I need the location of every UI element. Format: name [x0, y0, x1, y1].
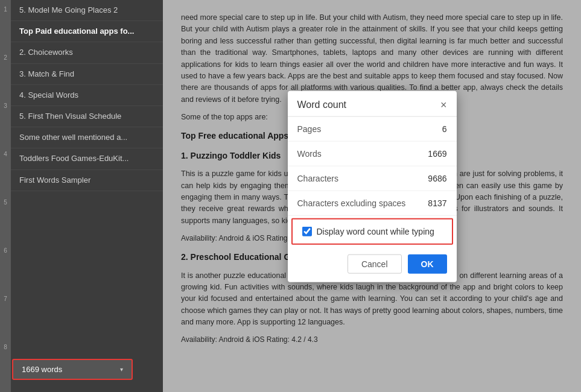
ruler-mark-5: 5 — [0, 199, 11, 247]
sidebar: 1 2 3 4 5 6 7 8 5. Model Me Going Places… — [0, 0, 163, 392]
sidebar-item-0[interactable]: 5. Model Me Going Places 2 — [11, 0, 163, 21]
main-content: need more special care to step up in lif… — [163, 0, 581, 392]
modal-footer: Cancel OK — [288, 248, 457, 282]
stat-label-words: Words — [297, 149, 322, 159]
modal-body: Pages 6 Words 1669 Characters 9686 Chara… — [288, 117, 457, 245]
ruler-mark-4: 4 — [0, 151, 11, 199]
word-count-arrow: ▾ — [120, 366, 123, 373]
stat-row-characters: Characters 9686 — [288, 166, 457, 191]
modal-title: Word count — [297, 100, 347, 110]
ruler-mark-8: 8 — [0, 344, 11, 392]
cancel-button[interactable]: Cancel — [348, 254, 402, 274]
word-count-bar[interactable]: 1669 words ▾ — [12, 359, 133, 380]
stat-value-pages: 6 — [442, 124, 447, 134]
sidebar-item-2[interactable]: 2. Choiceworks — [11, 42, 163, 63]
sidebar-item-7[interactable]: Toddlers Food Games-EduKit... — [11, 148, 163, 169]
ruler-mark-3: 3 — [0, 103, 11, 151]
word-count-text: 1669 words — [22, 365, 115, 374]
sidebar-item-3[interactable]: 3. Match & Find — [11, 64, 163, 85]
app-container: 1 2 3 4 5 6 7 8 5. Model Me Going Places… — [0, 0, 581, 392]
ruler-mark-1: 1 — [0, 6, 11, 54]
ruler-mark-6: 6 — [0, 247, 11, 296]
modal-header: Word count × — [288, 91, 457, 117]
sidebar-item-8[interactable]: First Words Sampler — [11, 170, 163, 191]
ruler-mark-2: 2 — [0, 54, 11, 103]
stat-row-words: Words 1669 — [288, 142, 457, 166]
stat-value-words: 1669 — [428, 149, 446, 159]
sidebar-item-5[interactable]: 5. First Then Visual Schedule — [11, 106, 163, 127]
ruler: 1 2 3 4 5 6 7 8 — [0, 0, 11, 392]
ruler-mark-7: 7 — [0, 296, 11, 344]
modal-close-button[interactable]: × — [440, 100, 447, 110]
display-word-count-checkbox[interactable] — [302, 227, 312, 236]
display-word-count-label[interactable]: Display word count while typing — [317, 227, 434, 236]
stat-value-characters: 9686 — [428, 174, 446, 183]
sidebar-item-4[interactable]: 4. Special Words — [11, 85, 163, 106]
ok-button[interactable]: OK — [408, 254, 447, 274]
stat-row-chars-no-spaces: Characters excluding spaces 8137 — [288, 191, 457, 216]
word-count-modal: Word count × Pages 6 Words 1669 Characte… — [288, 91, 457, 282]
stat-label-characters: Characters — [297, 174, 338, 183]
sidebar-item-1[interactable]: Top Paid educational apps fo... — [11, 21, 163, 42]
display-word-count-row: Display word count while typing — [291, 218, 453, 245]
stat-label-chars-no-spaces: Characters excluding spaces — [297, 198, 406, 208]
stat-row-pages: Pages 6 — [288, 117, 457, 142]
sidebar-item-6[interactable]: Some other well mentioned a... — [11, 127, 163, 148]
stat-label-pages: Pages — [297, 124, 322, 134]
stat-value-chars-no-spaces: 8137 — [428, 198, 446, 208]
